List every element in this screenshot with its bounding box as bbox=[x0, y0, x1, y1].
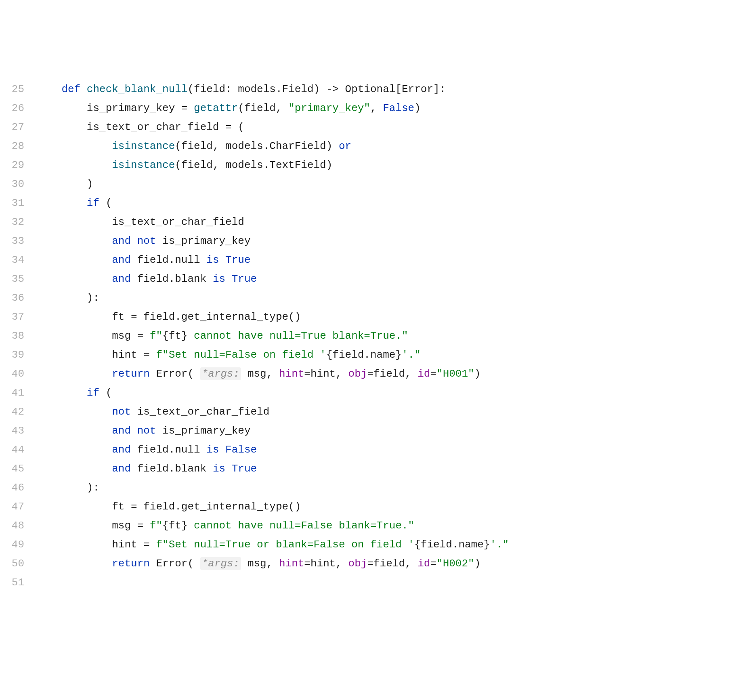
code-line[interactable]: 27 is_text_or_char_field = ( bbox=[0, 118, 751, 137]
code-line[interactable]: 37 ft = field.get_internal_type() bbox=[0, 308, 751, 327]
code-content[interactable]: msg = f"{ft} cannot have null=False blan… bbox=[36, 516, 751, 535]
token-id: = bbox=[430, 368, 436, 380]
code-line[interactable]: 25 def check_blank_null(field: models.Fi… bbox=[0, 80, 751, 99]
token-id: =hint, bbox=[304, 557, 348, 570]
code-line[interactable]: 46 ): bbox=[0, 478, 751, 497]
token-id: {field.name} bbox=[414, 539, 490, 551]
code-line[interactable]: 29 isinstance(field, models.TextField) bbox=[0, 156, 751, 175]
token-id: field.blank bbox=[131, 273, 213, 285]
code-content[interactable]: if ( bbox=[36, 194, 751, 213]
code-line[interactable]: 48 msg = f"{ft} cannot have null=False b… bbox=[0, 516, 751, 535]
token-kw: def bbox=[61, 83, 86, 95]
code-line[interactable]: 44 and field.null is False bbox=[0, 440, 751, 459]
line-number: 51 bbox=[0, 573, 36, 592]
token-id: (field, models.TextField) bbox=[175, 159, 332, 171]
code-content[interactable]: and field.blank is True bbox=[36, 270, 751, 289]
token-id: hint = bbox=[36, 349, 156, 361]
token-str: f" bbox=[150, 330, 162, 342]
code-content[interactable]: and field.null is True bbox=[36, 251, 751, 270]
line-number: 40 bbox=[0, 365, 36, 384]
token-kw: is bbox=[213, 273, 225, 285]
token-id: ): bbox=[36, 482, 99, 494]
code-content[interactable]: and field.blank is True bbox=[36, 459, 751, 478]
code-line[interactable]: 40 return Error( *args: msg, hint=hint, … bbox=[0, 365, 751, 384]
token-id: Error( bbox=[150, 368, 200, 380]
code-content[interactable]: and not is_primary_key bbox=[36, 421, 751, 440]
code-line[interactable]: 51 bbox=[0, 573, 751, 592]
code-content[interactable]: and field.null is False bbox=[36, 440, 751, 459]
code-content[interactable]: isinstance(field, models.CharField) or bbox=[36, 137, 751, 156]
code-line[interactable]: 30 ) bbox=[0, 175, 751, 194]
token-id bbox=[36, 140, 112, 152]
code-line[interactable]: 39 hint = f"Set null=False on field '{fi… bbox=[0, 346, 751, 365]
token-id bbox=[36, 273, 112, 285]
token-id bbox=[36, 235, 112, 247]
code-line[interactable]: 42 not is_text_or_char_field bbox=[0, 402, 751, 421]
code-line[interactable]: 33 and not is_primary_key bbox=[0, 232, 751, 251]
code-content[interactable]: and not is_primary_key bbox=[36, 232, 751, 251]
token-id: is_primary_key bbox=[156, 425, 250, 437]
token-id: ( bbox=[99, 197, 112, 209]
token-id bbox=[36, 159, 112, 171]
code-content[interactable]: ) bbox=[36, 175, 751, 194]
token-id: is_primary_key = bbox=[36, 102, 194, 114]
token-kw: and not bbox=[112, 425, 156, 437]
token-id: msg, bbox=[241, 368, 279, 380]
code-content[interactable]: ft = field.get_internal_type() bbox=[36, 497, 751, 516]
token-id: ): bbox=[36, 292, 99, 304]
code-content[interactable]: msg = f"{ft} cannot have null=True blank… bbox=[36, 327, 751, 346]
code-line[interactable]: 49 hint = f"Set null=True or blank=False… bbox=[0, 535, 751, 554]
code-content[interactable]: return Error( *args: msg, hint=hint, obj… bbox=[36, 365, 751, 384]
code-content[interactable]: if ( bbox=[36, 384, 751, 402]
code-line[interactable]: 32 is_text_or_char_field bbox=[0, 213, 751, 232]
token-str: cannot have null=True blank=True." bbox=[188, 330, 408, 342]
code-content[interactable]: def check_blank_null(field: models.Field… bbox=[36, 80, 751, 99]
token-kw: and bbox=[112, 463, 131, 475]
token-id: is_primary_key bbox=[156, 235, 250, 247]
token-id: = bbox=[430, 557, 436, 570]
code-content[interactable]: not is_text_or_char_field bbox=[36, 402, 751, 421]
code-line[interactable]: 31 if ( bbox=[0, 194, 751, 213]
code-line[interactable]: 50 return Error( *args: msg, hint=hint, … bbox=[0, 554, 751, 573]
code-line[interactable]: 43 and not is_primary_key bbox=[0, 421, 751, 440]
code-line[interactable]: 41 if ( bbox=[0, 384, 751, 402]
token-id: msg = bbox=[36, 330, 150, 342]
code-content[interactable]: return Error( *args: msg, hint=hint, obj… bbox=[36, 554, 751, 573]
code-content[interactable]: hint = f"Set null=False on field '{field… bbox=[36, 346, 751, 365]
token-id: =field, bbox=[367, 368, 417, 380]
code-line[interactable]: 26 is_primary_key = getattr(field, "prim… bbox=[0, 99, 751, 118]
code-line[interactable]: 36 ): bbox=[0, 289, 751, 308]
line-number: 37 bbox=[0, 308, 36, 327]
token-str: f"Set null=True or blank=False on field … bbox=[156, 539, 414, 551]
token-id: msg = bbox=[36, 520, 150, 532]
token-hint: *args: bbox=[200, 557, 241, 570]
code-line[interactable]: 28 isinstance(field, models.CharField) o… bbox=[0, 137, 751, 156]
token-kw: is bbox=[213, 463, 225, 475]
token-id bbox=[36, 444, 112, 456]
code-content[interactable]: is_primary_key = getattr(field, "primary… bbox=[36, 99, 751, 118]
code-content[interactable]: ): bbox=[36, 478, 751, 497]
token-id bbox=[219, 444, 226, 456]
code-line[interactable]: 34 and field.null is True bbox=[0, 251, 751, 270]
code-line[interactable]: 47 ft = field.get_internal_type() bbox=[0, 497, 751, 516]
code-line[interactable]: 45 and field.blank is True bbox=[0, 459, 751, 478]
token-lit: False bbox=[225, 444, 257, 456]
token-str: cannot have null=False blank=True." bbox=[188, 520, 415, 532]
code-content[interactable]: ): bbox=[36, 289, 751, 308]
token-id: ( bbox=[99, 387, 112, 399]
code-content[interactable]: is_text_or_char_field = ( bbox=[36, 118, 751, 137]
code-content[interactable]: hint = f"Set null=True or blank=False on… bbox=[36, 535, 751, 554]
token-id: Error( bbox=[150, 557, 200, 570]
line-number: 47 bbox=[0, 497, 36, 516]
token-id bbox=[36, 406, 112, 418]
token-attr: id bbox=[417, 368, 430, 380]
code-content[interactable]: is_text_or_char_field bbox=[36, 213, 751, 232]
code-line[interactable]: 38 msg = f"{ft} cannot have null=True bl… bbox=[0, 327, 751, 346]
line-number: 45 bbox=[0, 459, 36, 478]
code-editor[interactable]: 25 def check_blank_null(field: models.Fi… bbox=[0, 80, 751, 592]
code-line[interactable]: 35 and field.blank is True bbox=[0, 270, 751, 289]
code-content[interactable]: ft = field.get_internal_type() bbox=[36, 308, 751, 327]
token-id bbox=[36, 387, 87, 399]
code-content[interactable]: isinstance(field, models.TextField) bbox=[36, 156, 751, 175]
token-str: f"Set null=False on field ' bbox=[156, 349, 326, 361]
